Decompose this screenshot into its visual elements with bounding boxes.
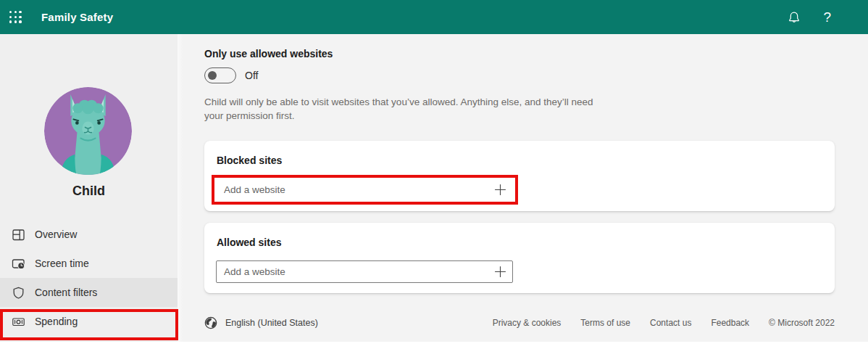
feedback-link[interactable]: Feedback bbox=[711, 318, 749, 328]
plus-icon bbox=[495, 267, 505, 277]
allowed-sites-input-group bbox=[216, 260, 513, 283]
only-allowed-websites-toggle[interactable] bbox=[204, 67, 236, 83]
plus-icon bbox=[495, 185, 505, 195]
sidebar-item-content-filters[interactable]: Content filters bbox=[0, 278, 178, 307]
blocked-sites-input-group bbox=[216, 178, 513, 201]
sidebar-item-spending[interactable]: Spending bbox=[0, 307, 178, 336]
banknote-icon bbox=[12, 315, 25, 329]
section-description: Child will only be able to visit website… bbox=[204, 96, 614, 123]
section-title: Only use allowed websites bbox=[204, 48, 614, 59]
llama-avatar bbox=[44, 87, 132, 175]
copyright-text: © Microsoft 2022 bbox=[769, 318, 835, 328]
blocked-sites-title: Blocked sites bbox=[217, 155, 282, 166]
sidebar-item-overview[interactable]: Overview bbox=[0, 220, 178, 249]
screen-time-icon bbox=[12, 257, 25, 271]
sidebar-item-label: Content filters bbox=[35, 287, 97, 298]
main-content: Only use allowed websites Off Child will… bbox=[178, 34, 868, 342]
sidebar-nav: Overview Screen time bbox=[0, 220, 178, 336]
blocked-sites-card: Blocked sites bbox=[204, 141, 835, 211]
blocked-sites-website-input[interactable] bbox=[216, 178, 513, 201]
toggle-knob bbox=[208, 71, 217, 80]
sidebar-item-label: Spending bbox=[35, 316, 78, 327]
add-blocked-website-button[interactable] bbox=[493, 184, 506, 197]
toggle-state-label: Off bbox=[245, 70, 258, 81]
page-footer: English (United States) Privacy & cookie… bbox=[204, 312, 835, 334]
language-selector[interactable]: English (United States) bbox=[204, 316, 318, 329]
contact-us-link[interactable]: Contact us bbox=[650, 318, 691, 328]
app-header: Family Safety ? bbox=[0, 0, 868, 34]
language-label: English (United States) bbox=[225, 318, 318, 328]
footer-links: Privacy & cookies Terms of use Contact u… bbox=[493, 318, 835, 328]
globe-icon bbox=[204, 316, 217, 329]
overview-grid-icon bbox=[12, 228, 25, 242]
sidebar: Child Overview bbox=[0, 34, 178, 342]
help-icon[interactable]: ? bbox=[823, 10, 831, 24]
shield-icon bbox=[12, 286, 25, 300]
allowed-sites-website-input[interactable] bbox=[216, 260, 513, 283]
add-allowed-website-button[interactable] bbox=[493, 266, 506, 279]
family-safety-app: Family Safety ? bbox=[0, 0, 868, 349]
waffle-menu-icon[interactable] bbox=[9, 11, 22, 23]
allowed-websites-toggle-section: Only use allowed websites Off Child will… bbox=[204, 48, 614, 123]
app-title: Family Safety bbox=[41, 11, 113, 23]
allowed-sites-title: Allowed sites bbox=[217, 237, 281, 248]
sidebar-item-screen-time[interactable]: Screen time bbox=[0, 249, 178, 278]
privacy-cookies-link[interactable]: Privacy & cookies bbox=[493, 318, 562, 328]
allowed-sites-card: Allowed sites bbox=[204, 223, 835, 293]
sidebar-item-label: Screen time bbox=[35, 258, 89, 269]
notifications-bell-icon[interactable] bbox=[788, 11, 801, 24]
profile-name: Child bbox=[0, 184, 178, 199]
sidebar-item-label: Overview bbox=[35, 229, 77, 240]
terms-of-use-link[interactable]: Terms of use bbox=[580, 318, 630, 328]
